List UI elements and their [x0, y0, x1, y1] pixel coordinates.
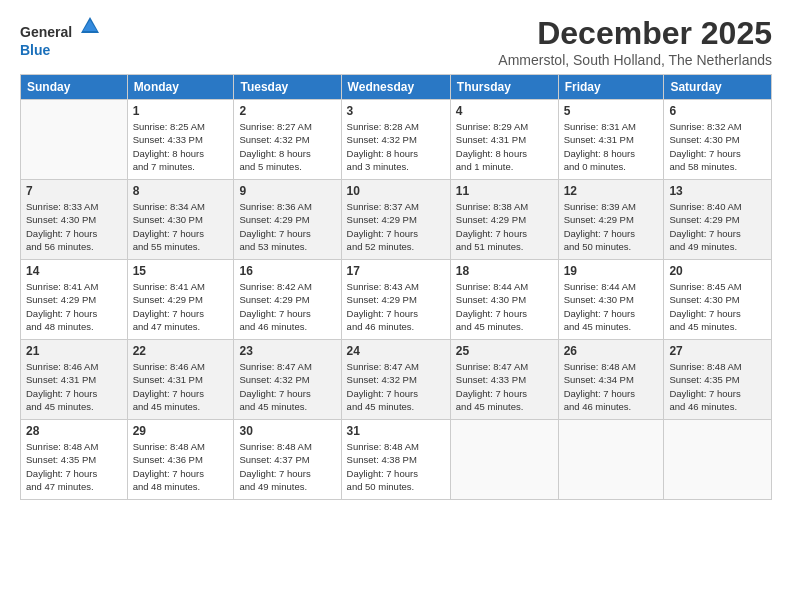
- calendar-week-row: 1Sunrise: 8:25 AMSunset: 4:33 PMDaylight…: [21, 100, 772, 180]
- day-info: Sunrise: 8:42 AMSunset: 4:29 PMDaylight:…: [239, 280, 335, 333]
- calendar-cell: 22Sunrise: 8:46 AMSunset: 4:31 PMDayligh…: [127, 340, 234, 420]
- day-info: Sunrise: 8:47 AMSunset: 4:32 PMDaylight:…: [347, 360, 445, 413]
- day-number: 18: [456, 264, 553, 278]
- day-info: Sunrise: 8:47 AMSunset: 4:32 PMDaylight:…: [239, 360, 335, 413]
- day-info: Sunrise: 8:48 AMSunset: 4:35 PMDaylight:…: [26, 440, 122, 493]
- day-info: Sunrise: 8:45 AMSunset: 4:30 PMDaylight:…: [669, 280, 766, 333]
- calendar-cell: 18Sunrise: 8:44 AMSunset: 4:30 PMDayligh…: [450, 260, 558, 340]
- calendar-cell: 10Sunrise: 8:37 AMSunset: 4:29 PMDayligh…: [341, 180, 450, 260]
- day-info: Sunrise: 8:44 AMSunset: 4:30 PMDaylight:…: [564, 280, 659, 333]
- day-info: Sunrise: 8:48 AMSunset: 4:34 PMDaylight:…: [564, 360, 659, 413]
- day-info: Sunrise: 8:47 AMSunset: 4:33 PMDaylight:…: [456, 360, 553, 413]
- calendar-cell: 3Sunrise: 8:28 AMSunset: 4:32 PMDaylight…: [341, 100, 450, 180]
- logo: General Blue: [20, 15, 101, 59]
- day-info: Sunrise: 8:38 AMSunset: 4:29 PMDaylight:…: [456, 200, 553, 253]
- day-info: Sunrise: 8:44 AMSunset: 4:30 PMDaylight:…: [456, 280, 553, 333]
- day-number: 23: [239, 344, 335, 358]
- day-number: 28: [26, 424, 122, 438]
- day-info: Sunrise: 8:31 AMSunset: 4:31 PMDaylight:…: [564, 120, 659, 173]
- day-info: Sunrise: 8:48 AMSunset: 4:36 PMDaylight:…: [133, 440, 229, 493]
- calendar-cell: 29Sunrise: 8:48 AMSunset: 4:36 PMDayligh…: [127, 420, 234, 500]
- calendar-cell: 21Sunrise: 8:46 AMSunset: 4:31 PMDayligh…: [21, 340, 128, 420]
- day-number: 8: [133, 184, 229, 198]
- calendar-cell: 25Sunrise: 8:47 AMSunset: 4:33 PMDayligh…: [450, 340, 558, 420]
- day-info: Sunrise: 8:48 AMSunset: 4:37 PMDaylight:…: [239, 440, 335, 493]
- calendar-cell: 26Sunrise: 8:48 AMSunset: 4:34 PMDayligh…: [558, 340, 664, 420]
- day-number: 4: [456, 104, 553, 118]
- day-info: Sunrise: 8:28 AMSunset: 4:32 PMDaylight:…: [347, 120, 445, 173]
- day-info: Sunrise: 8:39 AMSunset: 4:29 PMDaylight:…: [564, 200, 659, 253]
- calendar-cell: 8Sunrise: 8:34 AMSunset: 4:30 PMDaylight…: [127, 180, 234, 260]
- svg-marker-1: [83, 20, 97, 31]
- day-info: Sunrise: 8:27 AMSunset: 4:32 PMDaylight:…: [239, 120, 335, 173]
- day-number: 13: [669, 184, 766, 198]
- day-number: 20: [669, 264, 766, 278]
- day-info: Sunrise: 8:48 AMSunset: 4:38 PMDaylight:…: [347, 440, 445, 493]
- page: General Blue December 2025 Ammerstol, So…: [0, 0, 792, 612]
- calendar-cell: 2Sunrise: 8:27 AMSunset: 4:32 PMDaylight…: [234, 100, 341, 180]
- col-monday: Monday: [127, 75, 234, 100]
- day-number: 10: [347, 184, 445, 198]
- day-info: Sunrise: 8:41 AMSunset: 4:29 PMDaylight:…: [133, 280, 229, 333]
- day-number: 16: [239, 264, 335, 278]
- calendar-cell: 19Sunrise: 8:44 AMSunset: 4:30 PMDayligh…: [558, 260, 664, 340]
- calendar-cell: 17Sunrise: 8:43 AMSunset: 4:29 PMDayligh…: [341, 260, 450, 340]
- calendar-cell: 15Sunrise: 8:41 AMSunset: 4:29 PMDayligh…: [127, 260, 234, 340]
- day-info: Sunrise: 8:25 AMSunset: 4:33 PMDaylight:…: [133, 120, 229, 173]
- day-number: 22: [133, 344, 229, 358]
- day-info: Sunrise: 8:43 AMSunset: 4:29 PMDaylight:…: [347, 280, 445, 333]
- day-number: 24: [347, 344, 445, 358]
- title-section: December 2025 Ammerstol, South Holland, …: [498, 15, 772, 68]
- logo-general: General: [20, 24, 72, 40]
- day-info: Sunrise: 8:29 AMSunset: 4:31 PMDaylight:…: [456, 120, 553, 173]
- calendar-cell: 7Sunrise: 8:33 AMSunset: 4:30 PMDaylight…: [21, 180, 128, 260]
- day-number: 11: [456, 184, 553, 198]
- calendar-cell: 12Sunrise: 8:39 AMSunset: 4:29 PMDayligh…: [558, 180, 664, 260]
- col-tuesday: Tuesday: [234, 75, 341, 100]
- calendar-cell: 27Sunrise: 8:48 AMSunset: 4:35 PMDayligh…: [664, 340, 772, 420]
- calendar-cell: 9Sunrise: 8:36 AMSunset: 4:29 PMDaylight…: [234, 180, 341, 260]
- calendar-cell: [21, 100, 128, 180]
- calendar-body: 1Sunrise: 8:25 AMSunset: 4:33 PMDaylight…: [21, 100, 772, 500]
- month-title: December 2025: [498, 15, 772, 52]
- day-info: Sunrise: 8:36 AMSunset: 4:29 PMDaylight:…: [239, 200, 335, 253]
- calendar-week-row: 21Sunrise: 8:46 AMSunset: 4:31 PMDayligh…: [21, 340, 772, 420]
- header: General Blue December 2025 Ammerstol, So…: [20, 15, 772, 68]
- day-number: 30: [239, 424, 335, 438]
- day-info: Sunrise: 8:37 AMSunset: 4:29 PMDaylight:…: [347, 200, 445, 253]
- col-sunday: Sunday: [21, 75, 128, 100]
- calendar-week-row: 14Sunrise: 8:41 AMSunset: 4:29 PMDayligh…: [21, 260, 772, 340]
- calendar-cell: 5Sunrise: 8:31 AMSunset: 4:31 PMDaylight…: [558, 100, 664, 180]
- col-wednesday: Wednesday: [341, 75, 450, 100]
- calendar-cell: [558, 420, 664, 500]
- day-number: 14: [26, 264, 122, 278]
- day-number: 31: [347, 424, 445, 438]
- calendar-table: Sunday Monday Tuesday Wednesday Thursday…: [20, 74, 772, 500]
- calendar-cell: 6Sunrise: 8:32 AMSunset: 4:30 PMDaylight…: [664, 100, 772, 180]
- calendar-week-row: 7Sunrise: 8:33 AMSunset: 4:30 PMDaylight…: [21, 180, 772, 260]
- day-number: 17: [347, 264, 445, 278]
- calendar-cell: 1Sunrise: 8:25 AMSunset: 4:33 PMDaylight…: [127, 100, 234, 180]
- day-number: 2: [239, 104, 335, 118]
- calendar-cell: 16Sunrise: 8:42 AMSunset: 4:29 PMDayligh…: [234, 260, 341, 340]
- calendar-cell: 24Sunrise: 8:47 AMSunset: 4:32 PMDayligh…: [341, 340, 450, 420]
- day-info: Sunrise: 8:48 AMSunset: 4:35 PMDaylight:…: [669, 360, 766, 413]
- day-info: Sunrise: 8:46 AMSunset: 4:31 PMDaylight:…: [133, 360, 229, 413]
- day-number: 27: [669, 344, 766, 358]
- day-info: Sunrise: 8:34 AMSunset: 4:30 PMDaylight:…: [133, 200, 229, 253]
- col-saturday: Saturday: [664, 75, 772, 100]
- day-number: 3: [347, 104, 445, 118]
- day-number: 26: [564, 344, 659, 358]
- day-info: Sunrise: 8:46 AMSunset: 4:31 PMDaylight:…: [26, 360, 122, 413]
- calendar-cell: 4Sunrise: 8:29 AMSunset: 4:31 PMDaylight…: [450, 100, 558, 180]
- day-number: 15: [133, 264, 229, 278]
- calendar-cell: 31Sunrise: 8:48 AMSunset: 4:38 PMDayligh…: [341, 420, 450, 500]
- day-number: 6: [669, 104, 766, 118]
- day-number: 25: [456, 344, 553, 358]
- calendar-cell: 23Sunrise: 8:47 AMSunset: 4:32 PMDayligh…: [234, 340, 341, 420]
- logo-blue: Blue: [20, 42, 50, 58]
- day-info: Sunrise: 8:40 AMSunset: 4:29 PMDaylight:…: [669, 200, 766, 253]
- logo-icon: [79, 15, 101, 37]
- day-number: 7: [26, 184, 122, 198]
- calendar-week-row: 28Sunrise: 8:48 AMSunset: 4:35 PMDayligh…: [21, 420, 772, 500]
